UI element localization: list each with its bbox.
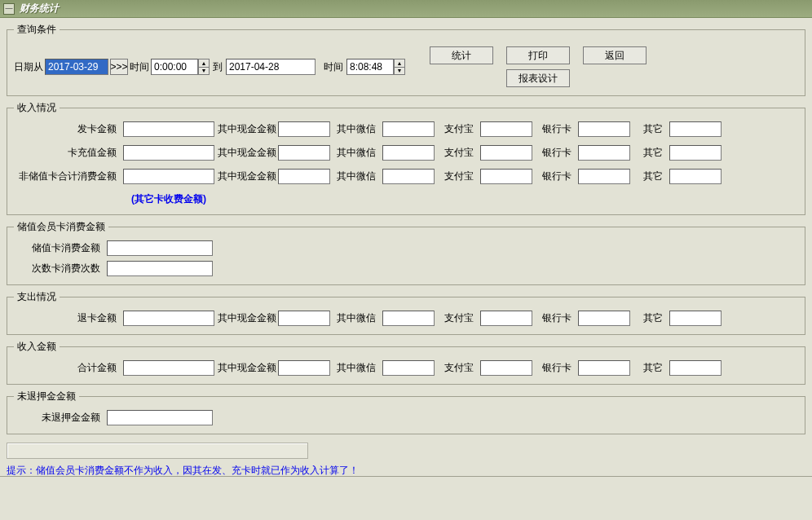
client-area: 查询条件 日期从 >>> 时间 ▲ ▼ 到 时间 ▲ ▼ <box>0 18 812 520</box>
group-query: 查询条件 日期从 >>> 时间 ▲ ▼ 到 时间 ▲ ▼ <box>7 23 805 96</box>
total-cash[interactable] <box>278 360 330 376</box>
label-total: 合计金额 <box>14 361 117 375</box>
label-date-from: 日期从 <box>14 60 43 74</box>
date-advance-button[interactable]: >>> <box>110 59 128 75</box>
date-from-input[interactable] <box>45 59 108 75</box>
time-to-control: ▲ ▼ <box>346 59 405 75</box>
label-other-2: 其它 <box>633 146 663 160</box>
nonstored-consume-cash[interactable] <box>278 169 330 184</box>
label-nonstored-consume: 非储值卡合计消费金额 <box>14 170 117 183</box>
window-title: 财务统计 <box>20 2 59 15</box>
card-issue-other[interactable] <box>669 121 722 137</box>
group-deposit-legend: 未退押金金额 <box>14 390 79 403</box>
label-bank-e: 银行卡 <box>536 311 571 325</box>
label-cash-t: 其中现金金额 <box>218 361 271 375</box>
deposit-grid: 未退押金金额 <box>14 410 798 425</box>
income-grid: 发卡金额 其中现金金额 其中微信 支付宝 银行卡 其它 卡充值金额 其中现金金额… <box>14 121 798 206</box>
card-issue-amount[interactable] <box>123 121 214 137</box>
stored-grid: 储值卡消费金额 次数卡消费次数 <box>14 240 798 276</box>
date-to-input[interactable] <box>226 59 316 75</box>
group-expense-legend: 支出情况 <box>14 290 60 304</box>
label-wechat-t: 其中微信 <box>333 361 376 375</box>
label-times-consume: 次数卡消费次数 <box>14 262 100 275</box>
label-refund: 退卡金额 <box>14 311 117 325</box>
refund-amount[interactable] <box>123 311 214 326</box>
nonstored-consume-bank[interactable] <box>578 169 630 184</box>
time-from-input[interactable] <box>151 59 198 75</box>
nonstored-consume-other[interactable] <box>669 169 722 184</box>
refund-wechat[interactable] <box>382 311 435 326</box>
time-from-up[interactable]: ▲ <box>198 59 210 67</box>
label-time-to: 时间 <box>324 60 343 74</box>
label-alipay-e: 支付宝 <box>438 311 474 325</box>
label-time-from: 时间 <box>130 60 149 74</box>
minus-icon: — <box>6 5 13 12</box>
group-stored: 储值会员卡消费金额 储值卡消费金额 次数卡消费次数 <box>7 220 805 285</box>
deposit-amount[interactable] <box>107 410 213 425</box>
label-wechat-3: 其中微信 <box>333 170 376 183</box>
time-to-down[interactable]: ▼ <box>394 67 405 76</box>
card-issue-wechat[interactable] <box>382 121 435 137</box>
refund-bank[interactable] <box>578 311 630 326</box>
refund-alipay[interactable] <box>480 311 532 326</box>
label-bank-t: 银行卡 <box>536 361 571 375</box>
bottom-panel <box>0 476 812 520</box>
total-alipay[interactable] <box>480 360 532 376</box>
card-recharge-cash[interactable] <box>278 145 330 161</box>
nonstored-consume-alipay[interactable] <box>480 169 532 184</box>
label-other-e: 其它 <box>633 311 663 325</box>
nonstored-consume-amount[interactable] <box>123 169 214 184</box>
label-cash-3: 其中现金金额 <box>218 170 271 183</box>
status-strip <box>7 443 308 459</box>
label-wechat-2: 其中微信 <box>333 146 376 160</box>
card-recharge-other[interactable] <box>669 145 722 161</box>
card-issue-cash[interactable] <box>278 121 330 137</box>
group-expense: 支出情况 退卡金额 其中现金金额 其中微信 支付宝 银行卡 其它 <box>7 290 805 335</box>
card-recharge-alipay[interactable] <box>480 145 532 161</box>
card-issue-bank[interactable] <box>578 121 630 137</box>
card-recharge-bank[interactable] <box>578 145 630 161</box>
report-design-button[interactable]: 报表设计 <box>506 69 570 87</box>
group-income-legend: 收入情况 <box>14 101 60 115</box>
refund-cash[interactable] <box>278 311 330 326</box>
label-bank-2: 银行卡 <box>536 146 571 160</box>
label-cash-1: 其中现金金额 <box>218 122 271 136</box>
card-issue-alipay[interactable] <box>480 121 532 137</box>
minimize-button[interactable]: — <box>3 3 15 15</box>
time-to-input[interactable] <box>346 59 394 75</box>
group-stored-legend: 储值会员卡消费金额 <box>14 220 108 234</box>
group-query-legend: 查询条件 <box>14 23 60 37</box>
income-total-grid: 合计金额 其中现金金额 其中微信 支付宝 银行卡 其它 <box>14 360 798 376</box>
label-wechat-e: 其中微信 <box>333 311 376 325</box>
group-income-total: 收入金额 合计金额 其中现金金额 其中微信 支付宝 银行卡 其它 <box>7 340 805 385</box>
total-other[interactable] <box>669 360 722 376</box>
total-bank[interactable] <box>578 360 630 376</box>
label-bank-3: 银行卡 <box>536 170 571 183</box>
label-alipay-1: 支付宝 <box>438 122 474 136</box>
refund-other[interactable] <box>669 311 722 326</box>
total-wechat[interactable] <box>382 360 435 376</box>
times-consume-count[interactable] <box>107 261 213 276</box>
label-bank-1: 银行卡 <box>536 122 571 136</box>
label-card-recharge: 卡充值金额 <box>14 146 117 160</box>
back-button[interactable]: 返回 <box>583 46 647 64</box>
stored-consume-amount[interactable] <box>107 240 213 256</box>
action-buttons: 统计 打印 返回 报表设计 <box>430 46 647 87</box>
group-deposit: 未退押金金额 未退押金金额 <box>7 390 805 434</box>
print-button[interactable]: 打印 <box>506 46 570 64</box>
card-recharge-amount[interactable] <box>123 145 214 161</box>
nonstored-note: (其它卡收费金额) <box>123 192 214 206</box>
time-from-down[interactable]: ▼ <box>198 67 210 76</box>
time-to-up[interactable]: ▲ <box>394 59 405 67</box>
group-income: 收入情况 发卡金额 其中现金金额 其中微信 支付宝 银行卡 其它 卡充值金额 其… <box>7 101 805 215</box>
label-alipay-t: 支付宝 <box>438 361 474 375</box>
expense-grid: 退卡金额 其中现金金额 其中微信 支付宝 银行卡 其它 <box>14 311 798 326</box>
statistic-button[interactable]: 统计 <box>430 46 493 64</box>
label-to: 到 <box>213 60 223 74</box>
card-recharge-wechat[interactable] <box>382 145 435 161</box>
label-other-1: 其它 <box>633 122 663 136</box>
label-other-3: 其它 <box>633 170 663 183</box>
total-amount[interactable] <box>123 360 214 376</box>
nonstored-consume-wechat[interactable] <box>382 169 435 184</box>
label-cash-2: 其中现金金额 <box>218 146 271 160</box>
